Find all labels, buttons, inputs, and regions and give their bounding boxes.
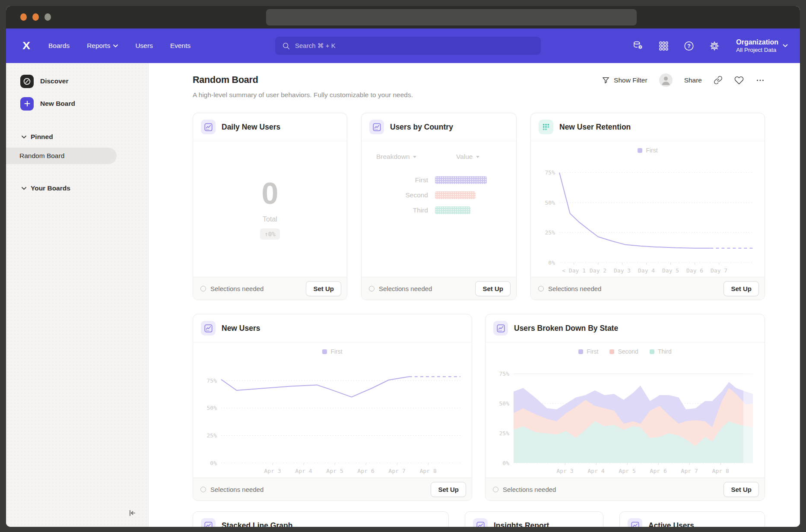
chevron-down-icon: [476, 156, 479, 158]
set-up-button[interactable]: Set Up: [475, 281, 511, 296]
share-button[interactable]: Share: [684, 76, 702, 84]
card-title: Users Broken Down By State: [514, 324, 618, 333]
value-bar: [435, 176, 487, 184]
metric-label: Total: [263, 215, 277, 223]
legend-swatch-icon: [609, 349, 614, 354]
settings-gear-icon[interactable]: [709, 40, 720, 51]
legend-item: First: [322, 348, 342, 355]
line-chart-icon: [493, 321, 508, 336]
sidebar-section-your-boards[interactable]: Your Boards: [6, 183, 148, 193]
state-chart-svg: 75%50%25%0%Apr 3Apr 4Apr 5Apr 6Apr 7Apr …: [493, 357, 757, 476]
x-axis-tick-label: Apr 8: [712, 468, 729, 474]
more-options-icon[interactable]: [755, 76, 765, 85]
breakdown-label: First: [376, 176, 432, 184]
browser-window: X Boards Reports Users Events Search ⌘ +…: [6, 6, 800, 527]
set-up-button[interactable]: Set Up: [431, 482, 466, 497]
breakdown-label: Second: [376, 191, 432, 199]
org-project: All Project Data: [736, 47, 778, 54]
set-up-button[interactable]: Set Up: [306, 281, 341, 296]
discover-compass-icon: [20, 75, 34, 88]
chevron-down-icon: [22, 136, 26, 139]
legend-item: First: [578, 348, 598, 355]
sidebar-section-pinned[interactable]: Pinned: [6, 132, 148, 142]
apps-grid-icon[interactable]: [658, 40, 669, 51]
x-axis-tick-label: Day 6: [686, 267, 703, 274]
x-axis-tick-label: Day 5: [662, 267, 679, 274]
org-switcher[interactable]: Organization All Project Data: [736, 38, 788, 54]
card-header: Daily New Users: [193, 113, 347, 141]
y-axis-tick-label: 75%: [206, 377, 217, 384]
card-body: FirstSecondThird 75%50%25%0%Apr 3Apr 4Ap…: [486, 342, 765, 478]
card-body: First 75%50%25%0%< Day 1Day 2Day 3Day 4D…: [531, 141, 765, 277]
mixpanel-logo-icon[interactable]: X: [22, 40, 29, 52]
x-axis-tick-label: Apr 4: [588, 468, 605, 474]
card-title: Daily New Users: [222, 123, 280, 132]
search-input[interactable]: Search ⌘ + K: [275, 37, 541, 55]
search-placeholder: Search ⌘ + K: [295, 42, 336, 50]
card-users-by-country: Users by Country Breakdown Value FirstSe…: [361, 113, 517, 300]
org-name: Organization: [736, 38, 778, 47]
card-title: Users by Country: [390, 123, 453, 132]
card-new-user-retention: New User Retention First 75%50%25%0%< Da…: [530, 113, 765, 300]
chart-legend: First: [638, 147, 657, 154]
card-header: Users Broken Down By State: [486, 314, 765, 342]
selections-needed-status: Selections needed: [491, 486, 556, 493]
y-axis-tick-label: 25%: [499, 430, 510, 437]
chevron-down-icon: [113, 44, 118, 48]
selections-needed-status: Selections needed: [536, 285, 601, 292]
section-label: Your Boards: [31, 184, 70, 192]
card-header: Insights Report: [465, 512, 603, 527]
card-body: 0 Total ↑0%: [193, 141, 347, 277]
help-icon[interactable]: ?: [683, 40, 695, 51]
copy-link-icon[interactable]: [714, 76, 723, 85]
card-insights-report: Insights Report: [465, 511, 603, 527]
x-axis-tick-label: Apr 7: [681, 468, 698, 474]
traffic-lights: [20, 13, 51, 21]
card-users-by-state: Users Broken Down By State FirstSecondTh…: [485, 314, 765, 501]
card-active-users: Active Users: [619, 511, 765, 527]
window-minimize-button[interactable]: [32, 13, 39, 21]
x-axis-tick-label: Apr 3: [557, 468, 574, 474]
legend-label: First: [330, 348, 342, 355]
sidebar-collapse-button[interactable]: [127, 508, 137, 520]
data-management-icon[interactable]: [632, 40, 644, 51]
card-header: New Users: [193, 314, 472, 342]
sidebar-item-discover[interactable]: Discover: [6, 74, 148, 89]
x-axis-tick-label: Apr 4: [295, 468, 312, 474]
nav-item-reports[interactable]: Reports: [87, 42, 118, 50]
set-up-button[interactable]: Set Up: [723, 482, 759, 497]
chart-line: [559, 173, 710, 248]
legend-swatch-icon: [322, 349, 327, 354]
navbar-right: ? Organization All Project Data: [632, 38, 788, 54]
sidebar-item-random-board[interactable]: Random Board: [6, 148, 117, 164]
nav-item-users[interactable]: Users: [135, 42, 152, 50]
share-label: Share: [684, 76, 702, 84]
legend-label: Third: [658, 348, 672, 355]
set-up-button[interactable]: Set Up: [723, 281, 759, 296]
status-text: Selections needed: [548, 285, 601, 292]
avatar[interactable]: [659, 73, 673, 87]
page-title: Random Board: [193, 75, 258, 86]
status-circle-icon: [200, 487, 206, 492]
x-axis-tick-label: Day 7: [711, 267, 727, 274]
nav-item-boards[interactable]: Boards: [48, 42, 70, 50]
sidebar-item-new-board[interactable]: New Board: [6, 96, 148, 111]
delta-badge: ↑0%: [260, 228, 279, 240]
show-filter-button[interactable]: Show Filter: [602, 76, 647, 84]
board-subtitle: A high-level summary of user behaviors. …: [193, 91, 765, 99]
value-column-header[interactable]: Value: [432, 153, 506, 161]
legend-item: First: [638, 147, 657, 154]
url-bar[interactable]: [266, 9, 637, 25]
board-actions: Show Filter Share: [602, 73, 765, 87]
nav-item-events[interactable]: Events: [170, 42, 190, 50]
window-close-button[interactable]: [20, 13, 27, 21]
favorite-heart-icon[interactable]: [734, 76, 744, 85]
window-zoom-button[interactable]: [44, 13, 51, 21]
state-chart: 75%50%25%0%Apr 3Apr 4Apr 5Apr 6Apr 7Apr …: [486, 357, 765, 478]
legend-swatch-icon: [638, 148, 642, 153]
new-users-chart-svg: 75%50%25%0%Apr 3Apr 4Apr 5Apr 6Apr 7Apr …: [200, 357, 465, 476]
status-circle-icon: [493, 487, 498, 492]
legend-item: Second: [609, 348, 638, 355]
value-bar: [435, 191, 476, 199]
breakdown-column-header[interactable]: Breakdown: [376, 153, 432, 161]
